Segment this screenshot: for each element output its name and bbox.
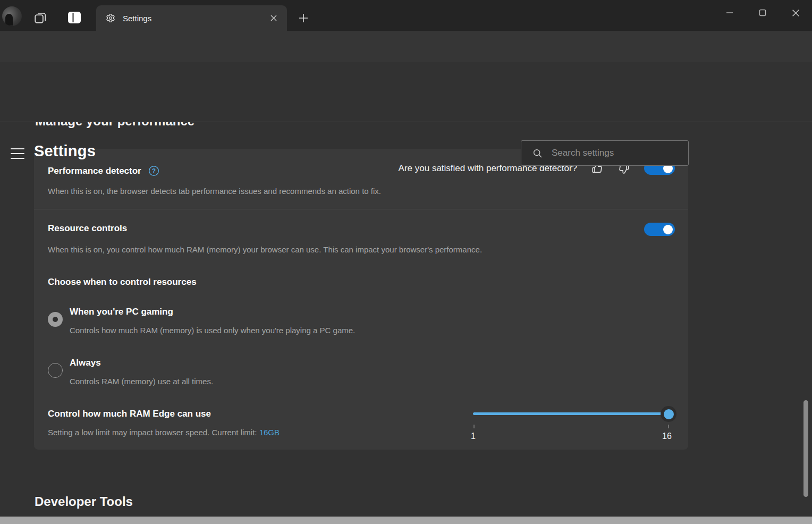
radio-always[interactable]	[48, 363, 63, 378]
slider-min-label: 1	[471, 432, 476, 441]
toolbar: Edge edge://settings>	[0, 31, 812, 62]
ram-control-title: Control how much RAM Edge can use	[48, 409, 211, 419]
radio-pc-gaming[interactable]	[48, 312, 63, 327]
resource-controls-title: Resource controls	[48, 223, 127, 234]
browser-window: Settings	[0, 0, 812, 524]
settings-content: Manage your performance Performance dete…	[0, 62, 812, 524]
performance-detector-description: When this is on, the browser detects tab…	[48, 187, 381, 196]
ram-control-description: Setting a low limit may impact browser s…	[48, 428, 280, 437]
slider-max-label: 16	[662, 432, 672, 441]
maximize-button[interactable]	[746, 0, 779, 26]
ram-slider-track[interactable]	[473, 412, 669, 415]
radio-pc-gaming-label[interactable]: When you're PC gaming	[70, 307, 173, 317]
radio-always-label[interactable]: Always	[70, 358, 101, 368]
radio-pc-gaming-description: Controls how much RAM (memory) is used o…	[70, 326, 355, 335]
close-button[interactable]	[779, 0, 812, 26]
tab-close-icon[interactable]	[267, 11, 281, 25]
settings-gear-favicon	[106, 13, 115, 23]
page-title: Settings	[34, 142, 96, 160]
radio-always-description: Controls RAM (memory) use at all times.	[70, 377, 213, 386]
resource-controls-description: When this is on, you control how much RA…	[48, 245, 482, 254]
settings-search[interactable]	[521, 140, 689, 166]
slider-tick-max	[668, 425, 669, 428]
performance-detector-title: Performance detector	[48, 166, 141, 176]
minimize-button[interactable]	[713, 0, 746, 26]
vertical-scrollbar[interactable]	[803, 400, 808, 497]
tab-strip: Settings	[0, 0, 812, 31]
menu-icon[interactable]	[11, 147, 24, 160]
slider-tick-min	[473, 425, 475, 428]
choose-resources-heading: Choose when to control resources	[48, 277, 197, 288]
search-icon	[532, 148, 543, 159]
section-title-developer-tools: Developer Tools	[35, 494, 133, 509]
resource-controls-toggle[interactable]	[644, 223, 675, 236]
settings-header: Settings	[0, 62, 812, 122]
performance-detector-row: Performance detector ?	[48, 165, 160, 177]
workspaces-icon[interactable]	[31, 10, 49, 26]
card-divider	[34, 209, 688, 209]
search-input[interactable]	[552, 148, 688, 158]
svg-text:?: ?	[152, 167, 156, 175]
performance-card: Performance detector ? Are you satisfied…	[34, 149, 688, 450]
tab-title: Settings	[123, 14, 267, 23]
new-tab-icon[interactable]	[295, 11, 311, 26]
window-controls	[713, 0, 812, 26]
tab-settings[interactable]: Settings	[96, 5, 287, 31]
tab-actions-icon[interactable]	[65, 10, 83, 26]
profile-avatar[interactable]	[2, 6, 22, 26]
help-icon[interactable]: ?	[148, 165, 160, 177]
next-card-edge	[0, 517, 812, 524]
current-limit-value[interactable]: 16GB	[259, 428, 280, 437]
ram-slider-thumb[interactable]	[661, 406, 676, 422]
